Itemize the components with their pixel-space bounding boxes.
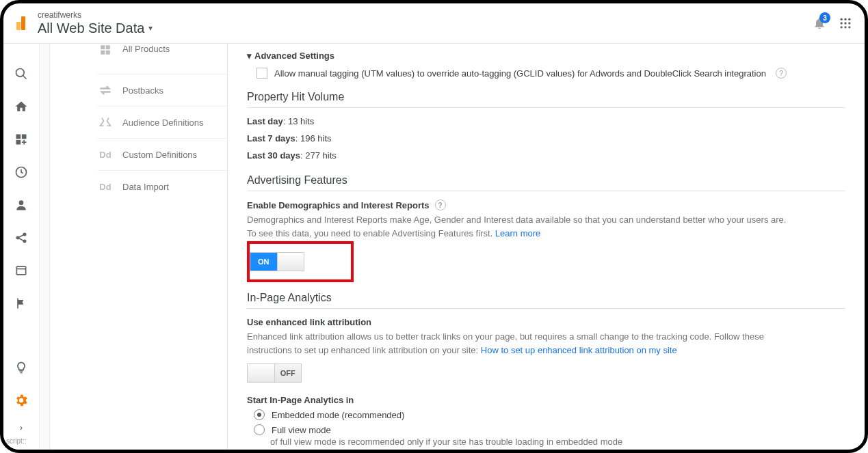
svg-rect-24 [106, 45, 110, 49]
svg-point-10 [848, 26, 850, 28]
content-area: ▾ Advanced Settings Allow manual tagging… [228, 44, 865, 450]
postback-icon [98, 85, 113, 96]
expand-rail-button[interactable]: › [20, 417, 23, 437]
radio-icon [254, 424, 265, 435]
lightbulb-icon [14, 361, 28, 374]
svg-rect-1 [16, 22, 21, 30]
nav-rail: › script:: [3, 44, 40, 450]
apps-button[interactable] [839, 16, 852, 30]
radio-full-view-label: Full view mode [272, 425, 331, 435]
clock-icon [14, 165, 28, 179]
gear-icon [14, 393, 29, 408]
demographics-description: Demographics and Interest Reports make A… [247, 213, 794, 240]
svg-point-17 [19, 200, 24, 205]
svg-point-18 [16, 236, 18, 238]
dd-icon: Dd [98, 150, 113, 160]
search-icon [14, 67, 28, 81]
radio-embedded-label: Embedded mode (recommended) [272, 410, 404, 420]
highlight-box: ON [247, 241, 354, 282]
page-icon [14, 264, 28, 277]
account-name: creatifwerks [38, 10, 813, 20]
notification-badge: 3 [819, 12, 830, 23]
sidebar-item-label: All Products [122, 44, 170, 54]
help-icon[interactable]: ? [435, 200, 446, 210]
view-selector[interactable]: creatifwerks All Web Site Data ▾ [38, 10, 813, 36]
toggle-off-label: OFF [274, 364, 302, 382]
sidebar-item-audience-definitions[interactable]: Audience Definitions [98, 107, 227, 139]
enhanced-link-setup-link[interactable]: How to set up enhanced link attribution … [481, 345, 677, 355]
svg-rect-21 [16, 266, 25, 275]
svg-rect-25 [101, 51, 105, 55]
sidebar-item-postbacks[interactable]: Postbacks [98, 74, 227, 107]
view-name: All Web Site Data [38, 20, 144, 36]
discover-button[interactable] [3, 351, 39, 384]
svg-rect-26 [106, 51, 110, 55]
radio-embedded-mode[interactable]: Embedded mode (recommended) [254, 409, 845, 420]
radio-icon [254, 409, 265, 420]
conversions-button[interactable] [3, 287, 39, 320]
search-button[interactable] [3, 57, 39, 90]
in-page-analytics-title: In-Page Analytics [247, 292, 845, 309]
manual-tagging-label: Allow manual tagging (UTM values) to ove… [274, 68, 766, 79]
manual-tagging-checkbox-row[interactable]: Allow manual tagging (UTM values) to ove… [257, 68, 845, 79]
gutter [40, 44, 50, 450]
svg-point-7 [848, 22, 850, 24]
svg-rect-14 [22, 135, 27, 139]
home-icon [14, 100, 28, 113]
svg-point-11 [16, 69, 25, 77]
learn-more-link[interactable]: Learn more [495, 228, 540, 238]
enhanced-link-subheading: Use enhanced link attribution [247, 317, 845, 327]
flag-icon [14, 297, 28, 310]
caret-down-icon: ▾ [247, 51, 252, 61]
svg-line-12 [23, 76, 27, 79]
sidebar-item-all-products[interactable]: All Products [98, 44, 227, 55]
behavior-button[interactable] [3, 254, 39, 287]
sidebar-item-label: Data Import [122, 182, 169, 192]
top-bar: creatifwerks All Web Site Data ▾ 3 [3, 3, 865, 44]
svg-point-9 [844, 26, 846, 28]
sidebar-item-custom-definitions[interactable]: Dd Custom Definitions [98, 139, 227, 171]
checkbox-icon[interactable] [257, 68, 267, 79]
hits-last-30: Last 30 days: 277 hits [247, 150, 845, 161]
admin-button[interactable] [3, 384, 39, 417]
svg-point-4 [848, 18, 850, 20]
home-button[interactable] [3, 90, 39, 123]
advanced-settings-toggle[interactable]: ▾ Advanced Settings [247, 51, 845, 61]
svg-point-8 [841, 26, 843, 28]
radio-full-view-mode[interactable]: Full view mode [254, 424, 845, 435]
footer-script-label: script:: [3, 437, 26, 445]
sidebar-item-label: Postbacks [122, 85, 163, 96]
demographics-subheading: Enable Demographics and Interest Reports… [247, 200, 845, 210]
audience-icon [98, 116, 113, 128]
svg-point-20 [23, 240, 25, 242]
svg-rect-0 [21, 16, 25, 30]
advertising-features-title: Advertising Features [247, 174, 845, 191]
enhanced-link-description: Enhanced link attribution allows us to b… [247, 330, 794, 357]
sidebar-item-label: Custom Definitions [122, 150, 197, 160]
full-view-note: of full view mode is recommended only if… [270, 437, 845, 447]
chevron-down-icon: ▾ [148, 23, 153, 33]
toggle-on-label: ON [250, 253, 277, 271]
property-hit-volume-title: Property Hit Volume [247, 91, 845, 108]
svg-rect-15 [16, 140, 21, 145]
customization-button[interactable] [3, 123, 39, 156]
realtime-button[interactable] [3, 156, 39, 189]
enhanced-link-toggle[interactable]: OFF [247, 363, 302, 383]
ga-logo [10, 14, 29, 33]
admin-sidebar: All Products Postbacks Audienc [50, 44, 228, 450]
svg-rect-23 [101, 45, 105, 49]
sidebar-item-data-import[interactable]: Dd Data Import [98, 171, 227, 202]
dashboard-icon [14, 133, 28, 146]
demographics-toggle[interactable]: ON [250, 252, 304, 271]
person-icon [14, 198, 28, 212]
notifications-button[interactable]: 3 [813, 16, 826, 30]
help-icon[interactable]: ? [776, 68, 787, 79]
audience-button[interactable] [3, 189, 39, 221]
svg-point-5 [841, 22, 843, 24]
sidebar-item-label: Audience Definitions [122, 118, 204, 128]
toggle-knob [248, 364, 274, 382]
dd-icon: Dd [98, 182, 113, 192]
hits-last-day: Last day: 13 hits [247, 116, 845, 126]
acquisition-button[interactable] [3, 221, 39, 254]
svg-point-3 [844, 18, 846, 20]
